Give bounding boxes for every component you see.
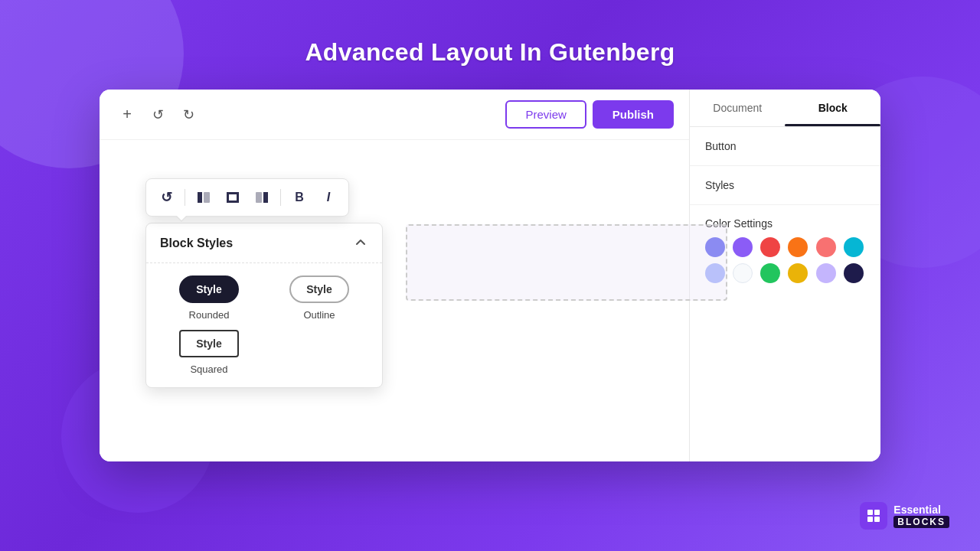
editor-container: + ↺ ↻ Preview Publish ↺ <box>100 90 880 461</box>
undo-button[interactable]: ↺ <box>145 103 170 127</box>
block-styles-grid: Style Rounded Style Outline Style Square… <box>146 263 382 387</box>
branding-logo <box>860 502 887 530</box>
panel-right-button[interactable] <box>248 184 276 211</box>
panel-center-icon <box>225 190 240 205</box>
style-option-squared[interactable]: Style Squared <box>160 330 258 375</box>
panel-left-icon <box>196 190 211 205</box>
block-styles-panel: Block Styles Style Rounded <box>145 223 383 388</box>
panel-center-button[interactable] <box>219 184 247 211</box>
style-option-outline[interactable]: Style Outline <box>270 276 368 321</box>
tab-block[interactable]: Block <box>786 90 881 126</box>
block-toolbar: ↺ <box>145 178 349 217</box>
eb-logo-icon <box>865 507 882 524</box>
bold-button[interactable]: B <box>286 184 313 211</box>
editor-area: ↺ <box>100 140 689 461</box>
swatch-light-purple[interactable] <box>816 263 836 283</box>
svg-rect-1 <box>204 192 210 203</box>
svg-rect-6 <box>867 510 873 515</box>
add-block-button[interactable]: + <box>115 103 139 127</box>
style-squared-button[interactable]: Style <box>179 330 238 357</box>
sidebar-section-button: Button <box>690 127 880 166</box>
swatch-orange[interactable] <box>788 237 808 257</box>
swatch-purple[interactable] <box>733 237 753 257</box>
plus-icon: + <box>122 106 132 123</box>
publish-button[interactable]: Publish <box>593 100 674 129</box>
block-styles-header: Block Styles <box>146 223 382 263</box>
branding-text: Essential BLOCKS <box>893 504 949 529</box>
panel-left-button[interactable] <box>190 184 217 211</box>
italic-button[interactable]: I <box>315 184 342 211</box>
refresh-icon: ↺ <box>161 189 172 206</box>
canvas-placeholder <box>406 224 727 301</box>
swatch-dark-indigo[interactable] <box>844 263 864 283</box>
sidebar-button-label: Button <box>705 140 736 152</box>
redo-icon: ↻ <box>183 106 194 123</box>
swatch-light-red[interactable] <box>816 237 836 257</box>
style-outline-label: Outline <box>303 309 335 321</box>
toolbar-arrow-inner <box>177 216 186 220</box>
style-squared-label: Squared <box>190 364 227 375</box>
svg-rect-3 <box>229 194 237 201</box>
collapse-button[interactable] <box>353 234 368 252</box>
style-rounded-button[interactable]: Style <box>179 276 238 303</box>
svg-rect-9 <box>874 517 880 522</box>
svg-rect-4 <box>256 192 262 203</box>
swatch-white[interactable] <box>733 263 753 283</box>
svg-rect-7 <box>874 510 880 515</box>
undo-icon: ↺ <box>152 106 164 123</box>
block-styles-title: Block Styles <box>160 236 233 250</box>
style-rounded-label: Rounded <box>189 309 230 321</box>
tab-document[interactable]: Document <box>690 90 786 126</box>
redo-button[interactable]: ↻ <box>176 103 201 127</box>
sidebar-styles-label: Styles <box>705 179 734 191</box>
preview-button[interactable]: Preview <box>505 100 586 129</box>
style-option-rounded[interactable]: Style Rounded <box>160 276 258 321</box>
editor-toolbar: + ↺ ↻ Preview Publish <box>100 90 689 140</box>
page-title: Advanced Layout In Gutenberg <box>305 38 675 67</box>
swatch-cyan[interactable] <box>844 237 864 257</box>
branding: Essential BLOCKS <box>860 502 949 530</box>
swatch-green[interactable] <box>760 263 780 283</box>
svg-rect-8 <box>867 517 873 522</box>
chevron-up-icon <box>353 234 368 249</box>
swatch-yellow[interactable] <box>788 263 808 283</box>
panel-right-icon <box>254 190 270 205</box>
sidebar-section-styles: Styles <box>690 166 880 205</box>
refresh-tool-button[interactable]: ↺ <box>152 184 180 211</box>
swatch-red[interactable] <box>760 237 780 257</box>
svg-rect-5 <box>263 192 268 203</box>
italic-icon: I <box>327 191 330 204</box>
sidebar-tabs: Document Block <box>690 90 880 127</box>
bold-icon: B <box>295 191 304 204</box>
editor-main: + ↺ ↻ Preview Publish ↺ <box>100 90 689 461</box>
branding-sub: BLOCKS <box>893 516 949 528</box>
branding-name: Essential <box>893 504 949 517</box>
svg-rect-0 <box>198 192 202 203</box>
style-outline-button[interactable]: Style <box>289 276 348 303</box>
